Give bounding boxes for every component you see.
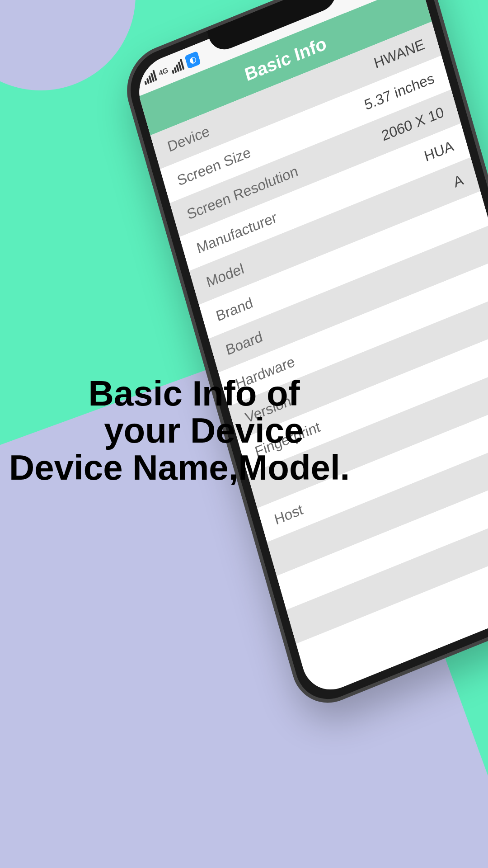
promo-headline: Basic Info of your Device Device Name,Mo… — [9, 375, 350, 486]
info-row-value: A — [451, 171, 465, 191]
network-indicator: 4G — [158, 66, 169, 77]
promo-canvas: Basic Info of your Device Device Name,Mo… — [0, 0, 488, 868]
alarm-icon: ⏰ — [350, 0, 364, 2]
info-row-label: Board — [224, 328, 264, 359]
app-icon: ◐ — [185, 51, 201, 69]
info-row-label: Device — [165, 123, 211, 155]
decor-circle — [0, 0, 136, 90]
signal-icon — [142, 70, 157, 85]
info-row-label: Model — [204, 260, 245, 291]
info-row-label: Brand — [214, 294, 255, 325]
info-row-label: Host — [272, 501, 305, 528]
info-row-value: HUA — [422, 137, 455, 165]
signal-icon — [170, 59, 185, 74]
